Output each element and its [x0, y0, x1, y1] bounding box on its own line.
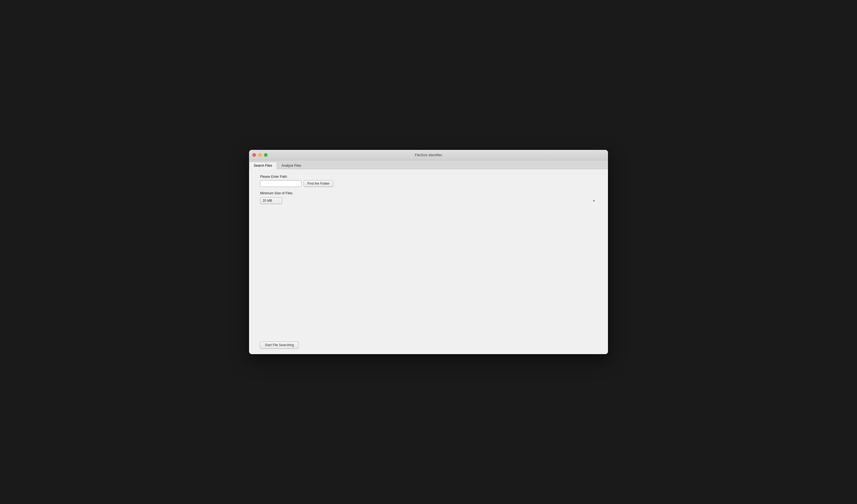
window-title: FileSize Identifier	[415, 153, 442, 157]
size-select-wrapper: 20 MB 50 MB 100 MB 200 MB 500 MB 1 GB ▼	[260, 197, 597, 204]
form-section: Please Enter Path: Find the Folder Minim…	[260, 175, 597, 204]
find-folder-button[interactable]: Find the Folder	[304, 180, 333, 187]
path-input[interactable]	[260, 180, 302, 187]
traffic-lights	[252, 153, 268, 157]
maximize-button[interactable]	[264, 153, 268, 157]
bottom-bar: Start File Searching	[249, 339, 608, 354]
app-window: FileSize Identifier Search Files Analyze…	[249, 150, 608, 354]
path-label: Please Enter Path:	[260, 175, 597, 179]
minimize-button[interactable]	[258, 153, 262, 157]
size-select[interactable]: 20 MB 50 MB 100 MB 200 MB 500 MB 1 GB	[260, 197, 282, 204]
path-row: Find the Folder	[260, 180, 597, 187]
tab-analyze-files[interactable]: Analyze Files	[277, 162, 306, 169]
tab-search-files[interactable]: Search Files	[249, 162, 277, 169]
chevron-down-icon: ▼	[592, 199, 595, 202]
min-size-label: Minimum Size of Files	[260, 191, 597, 195]
start-file-searching-button[interactable]: Start File Searching	[260, 341, 299, 349]
spacer	[260, 204, 597, 333]
tab-bar: Search Files Analyze Files	[249, 161, 608, 169]
close-button[interactable]	[252, 153, 256, 157]
main-content: Please Enter Path: Find the Folder Minim…	[249, 169, 608, 339]
title-bar: FileSize Identifier	[249, 150, 608, 161]
